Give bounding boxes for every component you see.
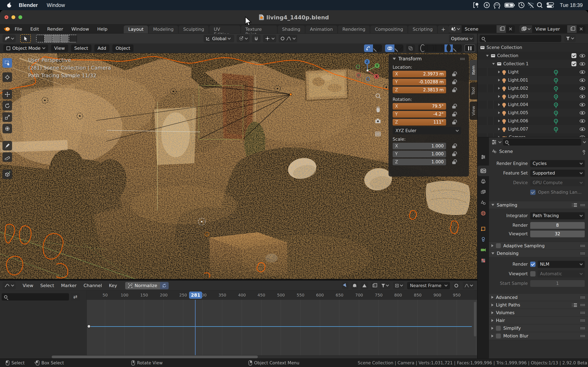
- menu-window[interactable]: Window: [67, 26, 93, 32]
- filter-dropdown[interactable]: [380, 282, 390, 289]
- shading-wireframe-button[interactable]: [418, 44, 427, 52]
- menu-help[interactable]: Help: [93, 26, 112, 32]
- scale-x-field[interactable]: X1.000: [393, 143, 446, 150]
- rotation-mode-dropdown[interactable]: XYZ Euler: [393, 127, 461, 134]
- lock-icon[interactable]: [452, 82, 456, 84]
- tab-scripting[interactable]: Scripting: [408, 25, 437, 33]
- simplify-checkbox[interactable]: [496, 326, 501, 331]
- eye-icon[interactable]: [580, 87, 585, 90]
- view-layer-remove-button[interactable]: [577, 25, 586, 33]
- lock-icon[interactable]: [452, 106, 456, 108]
- normalize-button[interactable]: Normalize: [125, 282, 160, 289]
- falloff-dropdown[interactable]: [463, 282, 474, 289]
- channel-region[interactable]: ⇄: [0, 291, 87, 359]
- lock-icon[interactable]: [452, 114, 456, 117]
- tool-transform[interactable]: [2, 124, 12, 133]
- presets-icon[interactable]: [572, 203, 577, 207]
- overlays-settings-dropdown[interactable]: [395, 44, 403, 52]
- tool-add-cube[interactable]: [2, 169, 12, 179]
- render-samples-field[interactable]: 8: [530, 222, 585, 229]
- denoise-viewport-dropdown[interactable]: Automatic: [537, 270, 585, 277]
- scene-unlink-button[interactable]: [506, 25, 515, 33]
- adaptive-sampling-checkbox[interactable]: [496, 243, 501, 248]
- outliner-row-light[interactable]: Light: [477, 68, 588, 76]
- outliner-row-light-001[interactable]: Light.001: [477, 76, 588, 84]
- tab-texture-properties[interactable]: [477, 255, 489, 266]
- section-denoising[interactable]: Denoising: [489, 250, 588, 257]
- graph-menu-key[interactable]: Key: [109, 283, 117, 288]
- render-engine-dropdown[interactable]: Cycles: [530, 160, 585, 167]
- drag-handle-icon[interactable]: [580, 296, 585, 299]
- tab-rendering[interactable]: Rendering: [338, 25, 370, 33]
- outliner-row-light-007[interactable]: Light.007: [477, 125, 588, 133]
- viewport-menu-add[interactable]: Add: [94, 44, 110, 52]
- tab-output-properties[interactable]: [477, 176, 489, 187]
- rotation-x-field[interactable]: X79.5°: [393, 103, 446, 110]
- drag-handle-icon[interactable]: [580, 252, 585, 254]
- location-x-field[interactable]: X2.3973 m: [393, 71, 446, 77]
- graph-region[interactable]: 50 100 150 200 250 300 350 400 450 500 5…: [87, 291, 477, 359]
- axis-negative-y[interactable]: [356, 65, 360, 68]
- lock-icon[interactable]: [452, 161, 456, 164]
- tab-constraints-properties[interactable]: [477, 234, 489, 245]
- tab-shading[interactable]: Shading: [278, 25, 305, 33]
- view-layer-copy-button[interactable]: [567, 25, 577, 33]
- eye-icon[interactable]: [580, 95, 585, 98]
- tab-scene-properties[interactable]: [477, 197, 489, 208]
- outliner-row-scene-collection[interactable]: Scene Collection: [477, 43, 588, 52]
- fcurve-line[interactable]: [89, 326, 472, 327]
- motion-blur-checkbox[interactable]: [496, 334, 501, 338]
- scene-name-field[interactable]: Scene: [462, 26, 497, 32]
- collection-checkbox[interactable]: [571, 53, 576, 58]
- only-selected-toggle[interactable]: [342, 282, 348, 289]
- snap-toggle-button[interactable]: [252, 35, 260, 42]
- expand-icon[interactable]: [498, 71, 500, 73]
- expand-icon[interactable]: [498, 95, 500, 98]
- viewport-menu-object[interactable]: Object: [112, 44, 134, 52]
- scene-browse-button[interactable]: [449, 25, 462, 33]
- expand-icon[interactable]: [486, 55, 489, 57]
- outliner-row-light-002[interactable]: Light.002: [477, 84, 588, 92]
- pan-view-icon[interactable]: [376, 106, 380, 112]
- horizontal-scrollbar[interactable]: [52, 356, 258, 358]
- axis-negative-z[interactable]: [366, 77, 370, 81]
- eye-icon[interactable]: [580, 70, 585, 74]
- show-gizmo-button[interactable]: [364, 44, 373, 52]
- camera-origin[interactable]: [290, 93, 292, 96]
- graph-menu-select[interactable]: Select: [40, 283, 54, 288]
- eye-icon[interactable]: [580, 127, 585, 131]
- tool-rotate[interactable]: [2, 101, 12, 110]
- graph-menu-channel[interactable]: Channel: [84, 283, 102, 288]
- expand-icon[interactable]: [498, 87, 500, 90]
- viewport-samples-field[interactable]: 32: [530, 231, 585, 237]
- show-overlays-button[interactable]: [385, 44, 395, 52]
- tab-texture-paint[interactable]: Texture Paint: [241, 25, 277, 33]
- snap-dropdown[interactable]: [393, 282, 404, 289]
- viewport-menu-view[interactable]: View: [51, 44, 68, 52]
- chevron-down-icon[interactable]: [583, 140, 586, 143]
- expand-icon[interactable]: [498, 111, 500, 114]
- scene-copy-button[interactable]: [497, 25, 506, 33]
- graph-menu-marker[interactable]: Marker: [61, 283, 77, 288]
- properties-editor-icon[interactable]: [492, 140, 497, 145]
- close-window-button[interactable]: [4, 15, 8, 19]
- section-sampling[interactable]: Sampling: [489, 201, 588, 209]
- eye-icon[interactable]: [580, 78, 585, 82]
- presets-icon[interactable]: [572, 303, 577, 307]
- eye-icon[interactable]: [580, 119, 585, 123]
- expand-icon[interactable]: [498, 79, 500, 82]
- integrator-dropdown[interactable]: Path Tracing: [530, 212, 585, 219]
- outliner-row-light-006[interactable]: Light.006: [477, 117, 588, 125]
- outliner-filter-button[interactable]: [564, 35, 576, 42]
- properties-search-input[interactable]: [503, 139, 581, 146]
- outliner-row-camera[interactable]: Camera: [477, 133, 588, 137]
- select-mode-subtract[interactable]: [52, 35, 61, 42]
- outliner-row-light-004[interactable]: Light.004: [477, 100, 588, 109]
- menubar-status-icons[interactable]: [472, 1, 556, 9]
- tab-layout[interactable]: Layout: [124, 25, 148, 33]
- tab-world-properties[interactable]: [477, 208, 489, 218]
- osl-checkbox[interactable]: [530, 190, 536, 195]
- outliner-row-light-003[interactable]: Light.003: [477, 92, 588, 100]
- tool-annotate[interactable]: [2, 141, 12, 150]
- eye-icon[interactable]: [580, 103, 585, 106]
